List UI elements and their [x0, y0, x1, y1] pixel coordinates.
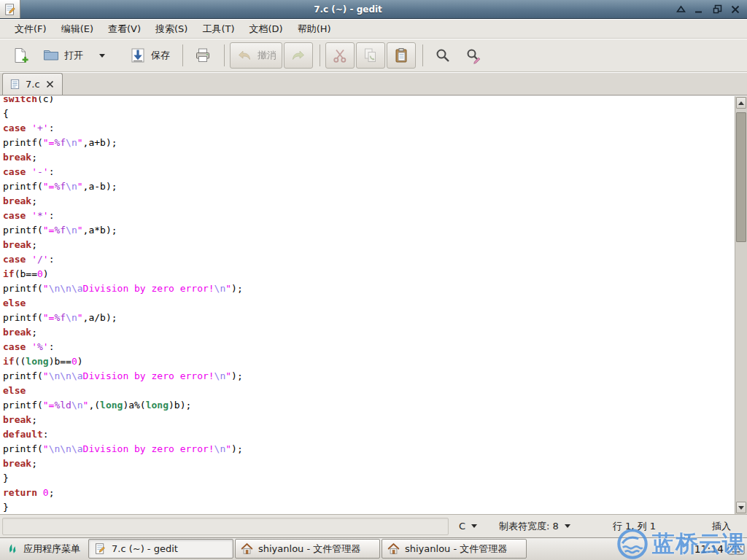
tab-bar: 7.c — [0, 73, 747, 96]
window-titlebar[interactable]: 7.c (~) - gedit — [0, 0, 747, 19]
code-line: printf("=%f\n",a-b); — [3, 179, 732, 194]
scroll-up-button[interactable] — [736, 97, 746, 109]
new-document-button[interactable] — [6, 42, 35, 69]
tab-width-selector[interactable]: 制表符宽度: 8 — [495, 518, 575, 535]
toolbar-separator — [117, 44, 118, 66]
open-button[interactable]: 打开 — [36, 42, 89, 69]
text-area[interactable]: switch(c){case '+':printf("=%f\n",a+b);b… — [3, 96, 732, 514]
taskbar-item-filemanager-1[interactable]: shiyanlou - 文件管理器 — [235, 539, 380, 559]
home-icon — [241, 542, 253, 555]
code-line: break; — [3, 413, 732, 427]
vertical-scrollbar[interactable] — [735, 96, 747, 514]
redo-icon — [290, 47, 307, 64]
menu-item-file[interactable]: 文件(F) — [7, 20, 54, 39]
save-button[interactable]: 保存 — [123, 42, 176, 69]
chevron-down-icon — [99, 54, 105, 58]
code-line: printf("=%f\n",a+b); — [3, 136, 732, 150]
code-line: break; — [3, 150, 732, 165]
toolbar-separator — [182, 44, 183, 66]
taskbar-item-label: shiyanlou - 文件管理器 — [258, 542, 360, 556]
toolbar-separator — [224, 44, 225, 66]
close-button[interactable] — [730, 4, 740, 15]
menu-item-documents[interactable]: 文档(D) — [242, 20, 290, 39]
code-line: break; — [3, 325, 732, 340]
code-line: break; — [3, 194, 732, 209]
home-icon — [387, 542, 400, 555]
applications-menu-label: 应用程序菜单 — [23, 542, 80, 556]
search-replace-icon — [465, 47, 482, 64]
taskbar-item-filemanager-2[interactable]: shiyanlou - 文件管理器 — [382, 539, 527, 559]
cut-scissors-icon — [331, 47, 349, 64]
arrow-down-icon — [738, 506, 744, 510]
editor: switch(c){case '+':printf("=%f\n",a+b);b… — [0, 96, 747, 514]
app-menu-icon — [6, 542, 18, 556]
chevron-down-icon — [565, 524, 570, 528]
print-button[interactable] — [188, 42, 217, 69]
paste-button[interactable] — [387, 42, 416, 69]
scrollbar-thumb[interactable] — [736, 112, 746, 242]
save-icon — [129, 47, 147, 64]
window-title: 7.c (~) - gedit — [20, 4, 676, 15]
redo-button[interactable] — [284, 42, 313, 69]
menu-item-edit[interactable]: 编辑(E) — [54, 20, 101, 39]
code-line: if(b==0) — [3, 267, 732, 281]
copy-button[interactable] — [356, 42, 385, 69]
code-line: return 0; — [3, 486, 732, 500]
input-mode: 插入 — [712, 520, 731, 533]
status-message-area — [2, 518, 449, 535]
keyboard-indicator-icon[interactable] — [727, 542, 745, 556]
taskbar-item-label: 7.c (~) - gedit — [112, 543, 178, 554]
toolbar-separator — [320, 44, 320, 66]
window-menu-button[interactable] — [0, 0, 20, 18]
code-line: switch(c) — [3, 96, 732, 106]
tab-7c[interactable]: 7.c — [2, 73, 63, 95]
open-dropdown-button[interactable] — [90, 50, 111, 62]
code-line: printf("=%ld\n",(long)a%(long)b); — [3, 398, 732, 413]
scroll-down-button[interactable] — [736, 502, 746, 513]
menu-item-tools[interactable]: 工具(T) — [195, 20, 241, 39]
code-line: default: — [3, 427, 732, 442]
replace-button[interactable] — [459, 42, 488, 69]
search-icon — [434, 47, 452, 64]
tab-width-value: 制表符宽度: 8 — [499, 520, 559, 533]
menu-item-help[interactable]: 帮助(H) — [290, 20, 338, 39]
code-line: printf("\n\n\aDivision by zero error!\n"… — [3, 281, 732, 296]
code-line: else — [3, 296, 732, 311]
code-line: printf("\n\n\aDivision by zero error!\n"… — [3, 369, 732, 384]
taskbar-item-gedit[interactable]: 7.c (~) - gedit — [88, 539, 233, 559]
code-line: case '-': — [3, 165, 732, 179]
status-bar: C 制表符宽度: 8 行 1, 列 1 插入 — [0, 514, 747, 537]
undo-button[interactable]: 撤消 — [230, 42, 282, 69]
desktop: 7.c (~) - gedit 文件(F) 编辑(E) 查看(V) 搜索(S) … — [0, 0, 747, 560]
system-tray: 11:14 — [694, 538, 747, 560]
language-selector[interactable]: C — [454, 518, 481, 534]
copy-icon — [362, 47, 379, 64]
clock[interactable]: 11:14 — [694, 543, 724, 555]
menu-bar: 文件(F) 编辑(E) 查看(V) 搜索(S) 工具(T) 文档(D) 帮助(H… — [0, 20, 747, 39]
taskbar-item-label: shiyanlou - 文件管理器 — [405, 542, 507, 556]
paste-clipboard-icon — [392, 47, 410, 64]
menu-item-search[interactable]: 搜索(S) — [148, 20, 195, 39]
print-icon — [194, 47, 212, 64]
gedit-icon — [94, 542, 107, 555]
find-button[interactable] — [428, 42, 457, 69]
tab-title: 7.c — [26, 79, 40, 90]
cursor-position: 行 1, 列 1 — [613, 520, 656, 533]
arrow-up-icon — [738, 101, 744, 105]
shade-button[interactable] — [676, 4, 686, 15]
document-icon — [9, 79, 20, 90]
new-document-icon — [12, 47, 29, 64]
tab-close-icon[interactable] — [45, 79, 55, 90]
code-line: if((long)b==0) — [3, 354, 732, 369]
cut-button[interactable] — [325, 42, 355, 69]
menu-item-view[interactable]: 查看(V) — [101, 20, 148, 39]
minimize-button[interactable] — [694, 4, 704, 15]
language-value: C — [459, 521, 465, 532]
maximize-button[interactable] — [712, 4, 722, 15]
undo-icon — [236, 47, 253, 64]
code-line: break; — [3, 238, 732, 252]
code-line: printf("\n\n\aDivision by zero error!\n"… — [3, 442, 732, 456]
applications-menu-button[interactable]: 应用程序菜单 — [0, 538, 88, 560]
chevron-down-icon — [471, 524, 477, 528]
toolbar-separator — [422, 44, 423, 66]
